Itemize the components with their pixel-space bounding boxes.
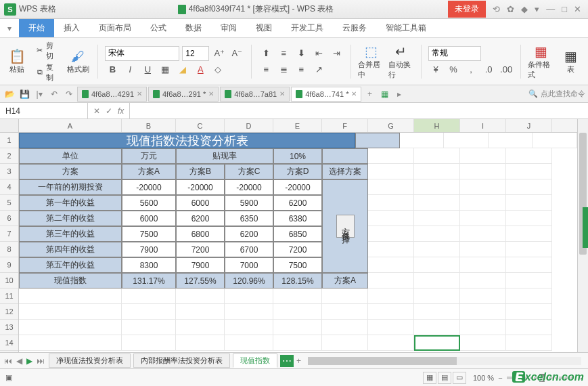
row-header[interactable]: 14 — [0, 335, 18, 351]
cell[interactable]: 6200 — [273, 195, 322, 211]
decrease-decimal-button[interactable]: .0 — [481, 62, 496, 77]
cell[interactable] — [414, 148, 460, 164]
cell[interactable] — [176, 288, 225, 304]
settings-icon[interactable]: ✿ — [507, 4, 514, 14]
cell[interactable] — [460, 242, 506, 257]
cell[interactable] — [368, 257, 414, 273]
cell[interactable]: 贴现率 — [176, 148, 273, 164]
cell[interactable] — [414, 335, 460, 351]
zoom-level[interactable]: 100 % — [473, 374, 494, 382]
row-header[interactable]: 10 — [0, 273, 18, 288]
bold-button[interactable]: B — [105, 62, 120, 77]
cell[interactable] — [225, 320, 273, 335]
tab-dev[interactable]: 开发工具 — [281, 19, 333, 37]
cell[interactable] — [122, 304, 176, 320]
row-header[interactable]: 6 — [0, 211, 18, 226]
page-view-button[interactable]: ▤ — [438, 372, 451, 384]
cell[interactable] — [368, 195, 414, 211]
doc-tab-1[interactable]: 4f6a8…4291✕ — [77, 87, 147, 102]
font-family-select[interactable] — [105, 46, 179, 61]
cell[interactable] — [322, 148, 368, 164]
cell[interactable] — [368, 164, 414, 179]
cell[interactable] — [322, 288, 368, 304]
currency-button[interactable]: ¥ — [428, 62, 443, 77]
cell-merged[interactable]: 方案选择 — [322, 179, 368, 273]
cell[interactable] — [322, 335, 368, 351]
row-header[interactable]: 4 — [0, 179, 18, 195]
cell[interactable] — [506, 257, 552, 273]
cell[interactable] — [460, 211, 506, 226]
col-header[interactable]: B — [122, 119, 176, 132]
doc-list-button[interactable]: ▦ — [378, 87, 391, 101]
cell[interactable]: 5600 — [122, 195, 176, 211]
doc-tab-2[interactable]: 4f6a8…291 *✕ — [148, 87, 219, 102]
tab-formula[interactable]: 公式 — [141, 19, 176, 37]
comma-button[interactable]: , — [463, 62, 478, 77]
copy-button[interactable]: ⧉复制 — [35, 62, 61, 83]
first-sheet-icon[interactable]: ⏮ — [3, 356, 14, 366]
menu-dropdown-icon[interactable]: ▾ — [0, 19, 19, 37]
tab-start[interactable]: 开始 — [19, 19, 54, 37]
cell[interactable]: 单位 — [19, 148, 122, 164]
cell[interactable] — [368, 335, 414, 351]
tab-view[interactable]: 视图 — [246, 19, 281, 37]
row-header[interactable]: 9 — [0, 257, 18, 273]
cell[interactable]: 方案D — [273, 164, 322, 179]
last-sheet-icon[interactable]: ⏭ — [35, 356, 46, 366]
indent-left-button[interactable]: ⇤ — [311, 46, 326, 61]
col-header[interactable]: E — [273, 119, 322, 132]
cell[interactable] — [19, 335, 122, 351]
col-header[interactable]: J — [506, 119, 552, 132]
cell[interactable] — [414, 195, 460, 211]
cell[interactable] — [414, 273, 460, 288]
percent-button[interactable]: % — [446, 62, 461, 77]
scrollbar-thumb[interactable] — [308, 357, 457, 365]
cell[interactable] — [460, 179, 506, 195]
row-header[interactable]: 13 — [0, 320, 18, 335]
cell[interactable] — [460, 288, 506, 304]
cell[interactable]: 6200 — [225, 226, 273, 242]
cell[interactable] — [460, 148, 506, 164]
cell[interactable] — [122, 288, 176, 304]
cell[interactable] — [489, 133, 533, 148]
cell[interactable] — [414, 226, 460, 242]
font-size-select[interactable] — [182, 46, 209, 61]
cell[interactable] — [506, 179, 552, 195]
cell[interactable] — [414, 164, 460, 179]
help-icon[interactable]: ▾ — [535, 4, 539, 14]
cell[interactable] — [444, 133, 489, 148]
cut-button[interactable]: ✂剪切 — [35, 41, 61, 61]
cell[interactable]: 方案A — [122, 164, 176, 179]
cell[interactable]: 120.96% — [225, 273, 273, 288]
redo-icon[interactable]: ↷ — [62, 87, 76, 101]
name-box[interactable]: H14 — [0, 103, 88, 119]
close-button[interactable]: ✕ — [574, 4, 581, 14]
cell[interactable] — [460, 335, 506, 351]
pane-toggle-icon[interactable]: ▣ — [5, 373, 12, 382]
increase-font-button[interactable]: A⁺ — [212, 46, 227, 61]
row-header[interactable]: 12 — [0, 304, 18, 320]
tab-review[interactable]: 审阅 — [211, 19, 246, 37]
border-button[interactable]: ▦ — [158, 62, 173, 77]
close-icon[interactable]: ✕ — [137, 90, 142, 98]
align-right-button[interactable]: ≡ — [294, 62, 309, 77]
cell[interactable] — [414, 304, 460, 320]
row-header[interactable]: 11 — [0, 288, 18, 304]
col-header[interactable]: I — [460, 119, 506, 132]
cell[interactable]: -20000 — [225, 179, 273, 195]
cell[interactable] — [414, 257, 460, 273]
cell[interactable]: 7200 — [176, 242, 225, 257]
align-middle-button[interactable]: ≡ — [276, 46, 291, 61]
cell[interactable]: -20000 — [176, 179, 225, 195]
align-bottom-button[interactable]: ⬇ — [294, 46, 309, 61]
cell[interactable] — [506, 304, 552, 320]
chevron-right-icon[interactable]: ▸ — [392, 87, 406, 101]
doc-tab-4[interactable]: 4f6a8…741 *✕ — [291, 87, 361, 102]
cell[interactable] — [176, 335, 225, 351]
tab-data[interactable]: 数据 — [176, 19, 211, 37]
sheet-more-button[interactable]: ⋯ — [280, 355, 294, 367]
cell[interactable]: 7000 — [225, 257, 273, 273]
close-icon[interactable]: ✕ — [279, 90, 285, 98]
cell[interactable] — [225, 304, 273, 320]
cell[interactable] — [368, 320, 414, 335]
